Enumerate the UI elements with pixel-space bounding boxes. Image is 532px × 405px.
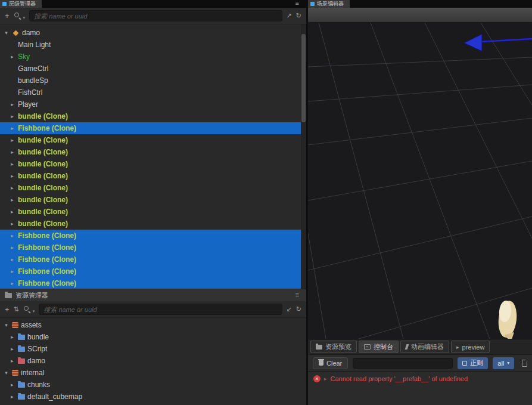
scrollbar-thumb[interactable] <box>301 34 306 122</box>
tree-item[interactable]: bundle (Clone) <box>0 146 306 158</box>
scene-toolbar[interactable] <box>308 8 532 23</box>
caret-right-icon[interactable] <box>9 185 15 191</box>
asset-item[interactable]: damo <box>0 355 306 367</box>
hierarchy-search-input[interactable] <box>29 10 282 21</box>
sort-icon[interactable]: ⇅ <box>14 306 19 313</box>
tree-item[interactable]: bundle (Clone) <box>0 110 306 122</box>
search-filter-caret-icon[interactable]: ▾ <box>23 16 26 24</box>
direction-gizmo-arrow <box>464 34 532 51</box>
tree-item[interactable]: FishCtrl <box>0 86 306 98</box>
caret-right-icon[interactable] <box>9 358 15 364</box>
tree-item[interactable]: bundle (Clone) <box>0 182 306 194</box>
caret-right-icon[interactable] <box>9 209 15 215</box>
caret-right-icon[interactable] <box>9 382 15 388</box>
hierarchy-tree: damo Main Light Sky GameCtrl bundleSp Fi… <box>0 24 306 289</box>
tree-item-selected[interactable]: Fishbone (Clone) <box>0 265 306 277</box>
tab-asset-preview[interactable]: 资源预览 <box>310 341 357 353</box>
assets-panel-icon <box>5 293 12 298</box>
caret-right-icon[interactable] <box>9 268 15 274</box>
tree-item-selected[interactable]: Fishbone (Clone) <box>0 277 306 289</box>
caret-right-icon[interactable] <box>9 101 15 107</box>
caret-right-icon[interactable] <box>9 221 15 227</box>
search-icon[interactable] <box>23 305 31 313</box>
regex-toggle[interactable]: 正则 <box>458 357 488 369</box>
caret-right-icon[interactable] <box>9 280 15 286</box>
search-icon[interactable] <box>14 12 21 20</box>
tree-item[interactable]: bundle (Clone) <box>0 158 306 170</box>
hierarchy-menu-icon[interactable]: ≡ <box>295 0 299 7</box>
caret-right-icon[interactable] <box>9 149 15 155</box>
tab-hierarchy[interactable]: 层级管理器 <box>0 0 42 8</box>
scrollbar-track[interactable] <box>301 24 306 289</box>
collapse-all-icon[interactable]: ↙ <box>287 306 292 313</box>
caret-right-icon[interactable] <box>9 394 15 400</box>
caret-right-icon[interactable] <box>9 245 15 251</box>
left-panel: 层级管理器 ≡ + ▾ ↗ ↻ damo Main Light Sky Game… <box>0 0 306 405</box>
tree-item[interactable]: GameCtrl <box>0 63 306 75</box>
tree-item[interactable]: bundleSp <box>0 75 306 86</box>
refresh-icon[interactable]: ↻ <box>296 13 301 19</box>
tree-item-selected[interactable]: Fishbone (Clone) <box>0 253 306 265</box>
caret-right-icon[interactable] <box>9 256 15 262</box>
assets-header: 资源管理器 ≡ <box>0 289 306 301</box>
asset-item[interactable]: assets <box>0 319 306 331</box>
assets-search-input[interactable] <box>39 304 282 315</box>
tree-item[interactable]: Main Light <box>0 39 306 51</box>
caret-right-icon[interactable]: ▸ <box>324 376 327 382</box>
expand-all-icon[interactable]: ↗ <box>287 13 292 19</box>
scene-viewport[interactable] <box>308 23 532 339</box>
caret-down-icon[interactable] <box>3 30 10 36</box>
tree-item[interactable]: bundle (Clone) <box>0 206 306 218</box>
tree-item-selected[interactable]: Fishbone (Clone) <box>0 122 306 134</box>
refresh-icon[interactable]: ↻ <box>296 306 301 313</box>
clear-button[interactable]: Clear <box>313 357 348 369</box>
search-filter-caret-icon[interactable]: ▾ <box>33 309 35 317</box>
hierarchy-icon <box>2 2 7 6</box>
tree-item[interactable]: Player <box>0 98 306 110</box>
caret-right-icon[interactable] <box>9 233 15 239</box>
caret-down-icon[interactable] <box>3 370 10 376</box>
caret-right-icon[interactable] <box>9 125 15 131</box>
caret-right-icon[interactable] <box>9 173 15 179</box>
tree-item[interactable]: Sky <box>0 51 306 63</box>
log-level-dropdown[interactable]: all ▾ <box>493 357 514 369</box>
dropdown-caret-icon: ▾ <box>507 360 509 366</box>
add-node-button[interactable]: + <box>5 12 10 20</box>
caret-right-icon[interactable] <box>9 334 15 340</box>
tab-animation-editor[interactable]: 动画编辑器 <box>400 341 449 353</box>
tab-console[interactable]: 控制台 <box>359 341 399 353</box>
tab-preview[interactable]: ▸ preview <box>451 341 490 353</box>
tree-item[interactable]: bundle (Clone) <box>0 194 306 206</box>
assets-menu-icon[interactable]: ≡ <box>295 291 299 299</box>
scene-editor-icon <box>310 2 315 6</box>
console-filter-input[interactable] <box>353 358 453 369</box>
hierarchy-tab-label: 层级管理器 <box>9 0 36 8</box>
asset-item[interactable]: default_cubemap <box>0 391 306 403</box>
scene-tab-label: 场景编辑器 <box>317 0 344 8</box>
caret-right-icon[interactable] <box>9 137 15 143</box>
add-asset-button[interactable]: + <box>5 305 10 313</box>
caret-right-icon[interactable] <box>9 346 15 352</box>
tree-item[interactable]: damo <box>0 27 306 39</box>
asset-item[interactable]: SCript <box>0 343 306 355</box>
tab-scene-editor[interactable]: 场景编辑器 <box>308 0 350 8</box>
tree-item[interactable]: bundle (Clone) <box>0 134 306 146</box>
checkbox-icon <box>462 361 467 366</box>
asset-item[interactable]: bundle <box>0 331 306 343</box>
caret-right-icon[interactable] <box>9 161 15 167</box>
caret-down-icon[interactable] <box>3 322 10 328</box>
console-icon <box>364 344 371 350</box>
console-error-row[interactable]: × ▸ Cannot read property '__prefab__' of… <box>308 371 532 385</box>
tree-item-selected[interactable]: Fishbone (Clone) <box>0 242 306 253</box>
tree-item[interactable]: bundle (Clone) <box>0 170 306 182</box>
tree-item[interactable]: bundle (Clone) <box>0 218 306 230</box>
asset-item[interactable]: chunks <box>0 379 306 391</box>
scene-3d-view <box>308 23 532 339</box>
tree-item-selected[interactable]: Fishbone (Clone) <box>0 230 306 242</box>
scene-icon <box>13 30 19 36</box>
asset-item[interactable]: internal <box>0 367 306 379</box>
caret-right-icon[interactable] <box>9 197 15 203</box>
caret-right-icon[interactable] <box>9 113 15 119</box>
log-file-icon[interactable] <box>522 360 527 367</box>
caret-right-icon[interactable] <box>9 54 15 60</box>
